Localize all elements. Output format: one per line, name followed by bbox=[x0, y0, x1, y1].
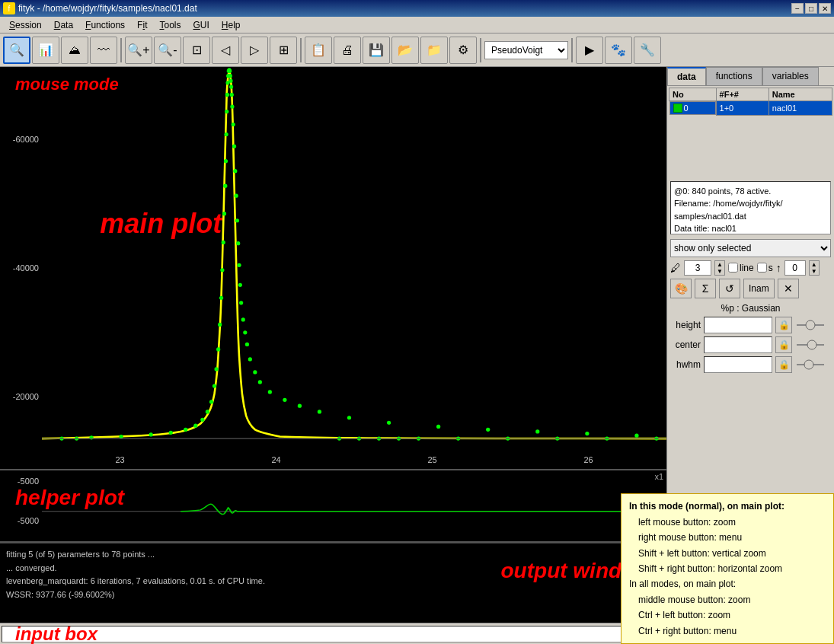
svg-point-5 bbox=[193, 424, 197, 428]
svg-point-12 bbox=[218, 323, 222, 327]
export-button[interactable]: 📋 bbox=[305, 37, 332, 64]
svg-point-1 bbox=[120, 435, 123, 438]
svg-point-37 bbox=[236, 241, 240, 245]
maximize-button[interactable]: □ bbox=[805, 3, 817, 14]
zoom-all-button[interactable]: ⊞ bbox=[270, 37, 297, 64]
peak-tool-button[interactable]: ⛰ bbox=[61, 37, 88, 64]
print-button[interactable]: 🖨 bbox=[334, 37, 361, 64]
minimize-button[interactable]: − bbox=[791, 3, 804, 14]
menu-fit[interactable]: Fit bbox=[131, 18, 153, 32]
color-indicator bbox=[673, 104, 682, 113]
svg-point-55 bbox=[535, 429, 539, 433]
menu-bar: Session Data Functions Fit Tools GUI Hel… bbox=[0, 17, 834, 33]
func-params: %p : Gaussian height 65314.99 🔒 center 2… bbox=[667, 300, 834, 379]
s-spinner[interactable]: ▲ ▼ bbox=[809, 260, 820, 276]
data-tool-button[interactable]: 📊 bbox=[32, 37, 59, 64]
param-input-height[interactable]: 65314.99 bbox=[704, 317, 772, 333]
fit-tool-button[interactable]: 〰 bbox=[90, 37, 117, 64]
sidebar: data functions variables No #F+# Name bbox=[666, 67, 834, 644]
param-icon-hwhm[interactable]: 🔒 bbox=[775, 356, 792, 373]
svg-point-54 bbox=[486, 428, 490, 432]
script-button[interactable]: 🔧 bbox=[634, 37, 661, 64]
menu-functions[interactable]: Functions bbox=[79, 18, 131, 32]
menu-session[interactable]: Session bbox=[3, 18, 48, 32]
close-btn[interactable]: ✕ bbox=[778, 279, 799, 298]
sum-btn[interactable]: Σ bbox=[695, 279, 716, 298]
row-f: 1+0 bbox=[716, 101, 768, 116]
menu-help[interactable]: Help bbox=[216, 18, 247, 32]
row-no-value: 0 bbox=[684, 104, 689, 113]
tab-functions[interactable]: functions bbox=[706, 67, 762, 85]
param-input-hwhm[interactable]: 0.1406585 bbox=[704, 356, 772, 373]
line-width-spinner[interactable]: ▲ ▼ bbox=[714, 260, 725, 276]
y-label-1: -60000 bbox=[0, 135, 42, 144]
settings-button[interactable]: ⚙ bbox=[449, 37, 477, 64]
svg-point-47 bbox=[268, 390, 272, 394]
menu-data[interactable]: Data bbox=[48, 18, 79, 32]
svg-point-30 bbox=[230, 93, 234, 97]
input-box-area: input box ▲ ▼ bbox=[0, 623, 666, 644]
table-row[interactable]: 0 1+0 nacl01 bbox=[669, 101, 832, 116]
main-content: mouse mode main plot -60000 -40000 -2000… bbox=[0, 67, 834, 644]
helper-y-top: -5000 bbox=[18, 477, 39, 486]
svg-point-8 bbox=[209, 400, 213, 403]
s-value-input[interactable] bbox=[784, 260, 806, 276]
config-button[interactable]: 🐾 bbox=[605, 37, 632, 64]
run-button[interactable]: ▶ bbox=[576, 37, 603, 64]
x-label-4: 26 bbox=[583, 455, 593, 464]
tab-variables[interactable]: variables bbox=[762, 67, 819, 85]
save-img-button[interactable]: 💾 bbox=[363, 37, 390, 64]
zoom-prev-button[interactable]: ◁ bbox=[212, 37, 239, 64]
main-plot[interactable]: mouse mode main plot -60000 -40000 -2000… bbox=[0, 67, 666, 470]
data-info-text: @0: 840 points, 78 active.Filename: /hom… bbox=[674, 187, 782, 234]
line-width-icon: 🖊 bbox=[670, 262, 681, 274]
load-button[interactable]: 📂 bbox=[391, 37, 419, 64]
zoom-in-button[interactable]: 🔍+ bbox=[125, 37, 152, 64]
svg-point-75 bbox=[807, 340, 816, 349]
close-button[interactable]: ✕ bbox=[819, 3, 831, 14]
data-table-container: No #F+# Name 0 1+0 nacl01 bbox=[667, 86, 834, 117]
title-bar: f fityk - /home/wojdyr/fityk/samples/nac… bbox=[0, 0, 834, 17]
y-axis-labels: -60000 -40000 -20000 bbox=[0, 67, 42, 469]
revert-btn[interactable]: ↺ bbox=[719, 279, 740, 298]
param-icon-height[interactable]: 🔒 bbox=[775, 317, 792, 333]
zoom-out-button[interactable]: 🔍- bbox=[154, 37, 181, 64]
show-only-container: show only selected show all bbox=[667, 238, 834, 259]
function-type-select[interactable]: PseudoVoigt Gaussian Lorentzian bbox=[484, 41, 568, 59]
window-title: fityk - /home/wojdyr/fityk/samples/nacl0… bbox=[18, 3, 197, 14]
color-btn[interactable]: 🎨 bbox=[670, 279, 692, 298]
output-line-4: WSSR: 9377.66 (-99.6002%) bbox=[6, 588, 660, 602]
line-label: line bbox=[740, 263, 754, 273]
menu-tools[interactable]: Tools bbox=[153, 18, 187, 32]
toolbar-separator-2 bbox=[300, 38, 302, 62]
left-panel: mouse mode main plot -60000 -40000 -2000… bbox=[0, 67, 666, 644]
svg-point-4 bbox=[184, 428, 187, 432]
save-button[interactable]: 📁 bbox=[420, 37, 448, 64]
zoom-tool-button[interactable]: 🔍 bbox=[3, 37, 30, 64]
param-input-center[interactable]: 24.72236 bbox=[704, 336, 772, 353]
inam-btn[interactable]: Inam bbox=[743, 279, 775, 298]
param-label-hwhm: hwhm bbox=[670, 359, 701, 370]
show-only-select[interactable]: show only selected show all bbox=[670, 239, 831, 257]
param-row-center: center 24.72236 🔒 bbox=[670, 336, 831, 353]
zoom-next-button[interactable]: ▷ bbox=[241, 37, 268, 64]
s-checkbox[interactable] bbox=[757, 263, 767, 273]
svg-point-42 bbox=[243, 330, 247, 334]
svg-point-13 bbox=[219, 296, 223, 300]
svg-point-51 bbox=[347, 416, 351, 419]
svg-point-35 bbox=[235, 194, 238, 198]
helper-plot[interactable]: helper plot x1 -5000 -5000 bbox=[0, 470, 666, 543]
hint-title-line: In this mode (normal), on main plot: bbox=[629, 499, 826, 514]
command-input[interactable] bbox=[2, 626, 654, 642]
line-checkbox[interactable] bbox=[728, 263, 738, 273]
x-label-1: 23 bbox=[115, 455, 124, 464]
menu-gui[interactable]: GUI bbox=[187, 18, 215, 32]
param-icon-center[interactable]: 🔒 bbox=[775, 336, 792, 353]
svg-point-19 bbox=[224, 132, 228, 136]
zoom-fit-button[interactable]: ⊡ bbox=[183, 37, 210, 64]
hint-line-7: Ctrl + left button: zoom bbox=[629, 607, 826, 623]
col-f: #F+# bbox=[716, 88, 768, 101]
table-spacer bbox=[667, 117, 834, 178]
line-width-input[interactable] bbox=[684, 260, 711, 276]
tab-data[interactable]: data bbox=[667, 67, 706, 85]
